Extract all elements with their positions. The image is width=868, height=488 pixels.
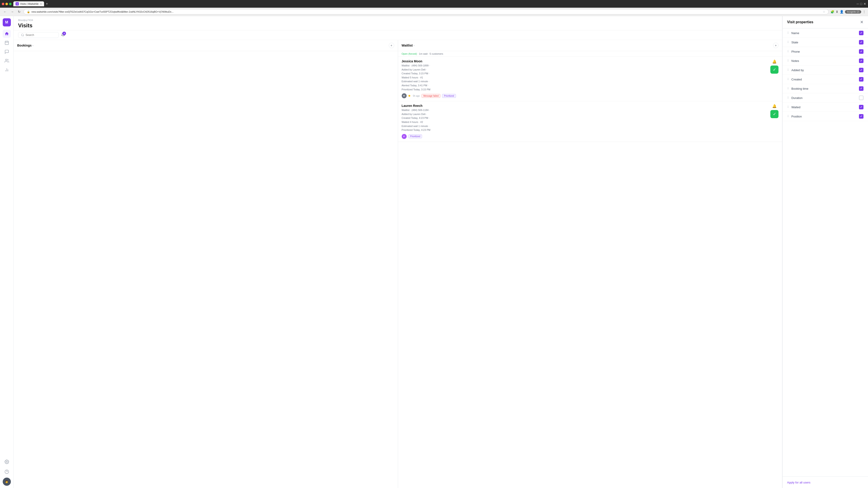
- message-failed-badge: Message failed: [422, 94, 440, 98]
- search-input[interactable]: [26, 33, 53, 37]
- sidebar-item-help[interactable]: [3, 468, 11, 476]
- bookmark-icon[interactable]: ☆: [823, 10, 825, 13]
- minimize-icon[interactable]: ─: [857, 2, 859, 6]
- sidebar-logo[interactable]: M: [3, 18, 11, 26]
- checkbox-waited[interactable]: ✓: [859, 105, 864, 109]
- users-icon: [4, 59, 9, 63]
- visit-check-button[interactable]: ✓: [770, 66, 778, 74]
- property-label-created: Created: [792, 78, 859, 81]
- bookings-chevron-icon: ›: [33, 44, 33, 47]
- sidebar-item-settings[interactable]: [3, 458, 11, 466]
- panel-title: Visit properties: [787, 20, 813, 24]
- drag-handle-waited[interactable]: ⠿: [787, 105, 789, 109]
- close-icon[interactable]: ✕: [864, 2, 866, 6]
- svg-line-12: [23, 36, 24, 36]
- forward-button[interactable]: →: [9, 9, 15, 14]
- visit-info-2: Lauren Reech Waitlist · (484) 569-1184 ·…: [402, 104, 430, 132]
- waitlist-header: Waitlist › +: [398, 40, 782, 51]
- tab-favicon: W: [16, 2, 19, 5]
- svg-point-11: [22, 34, 24, 36]
- search-box[interactable]: [18, 32, 59, 38]
- url-bar[interactable]: 🔒 new.waitwhile.com/visits?filter-ex0jTf…: [24, 9, 829, 14]
- home-icon: [4, 31, 9, 36]
- waitlist-title[interactable]: Waitlist ›: [402, 43, 414, 47]
- sidebar-item-home[interactable]: [3, 30, 11, 38]
- visit-info: Jessica Moon Waitlist · (484) 569-1899 ·…: [402, 59, 430, 92]
- notification-button[interactable]: 4: [61, 33, 65, 37]
- visit-check-button-2[interactable]: ✓: [770, 110, 778, 118]
- property-notes: ⠿ Notes ✓: [782, 56, 868, 66]
- new-tab-button[interactable]: +: [45, 2, 49, 6]
- property-label-waited: Waited: [792, 105, 859, 109]
- visit-bell-button[interactable]: 🔔: [772, 59, 777, 64]
- drag-handle-position[interactable]: ⠿: [787, 115, 789, 118]
- browser-toolbar: ← → ↻ 🔒 new.waitwhile.com/visits?filter-…: [0, 8, 868, 16]
- more-menu-icon[interactable]: ⋮: [863, 10, 866, 13]
- property-created: ⠿ Created ✓: [782, 75, 868, 84]
- drag-handle-duration[interactable]: ⠿: [787, 96, 789, 99]
- property-label-booking-time: Booking time: [792, 87, 859, 90]
- visit-details-2: Waitlist · (484) 569-1184 · Added by Lau…: [402, 108, 430, 132]
- back-button[interactable]: ←: [2, 9, 8, 14]
- checkbox-created[interactable]: ✓: [859, 77, 864, 82]
- active-tab[interactable]: W Visits | Waitwhile ✕: [13, 1, 44, 6]
- visit-card-lauren[interactable]: Lauren Reech Waitlist · (484) 569-1184 ·…: [398, 101, 782, 142]
- visit-bell-button-2[interactable]: 🔔: [772, 104, 777, 108]
- drag-handle-notes[interactable]: ⠿: [787, 59, 789, 62]
- visit-action-buttons: 🔔 ✓: [770, 59, 778, 74]
- settings-icon: [4, 459, 9, 464]
- drag-handle-booking-time[interactable]: ⠿: [787, 87, 789, 90]
- close-dot[interactable]: [2, 3, 4, 5]
- browser-toolbar-actions: 🧩 ⬇ 👤 Incognito (2) ⋮: [831, 10, 866, 13]
- property-waited: ⠿ Waited ✓: [782, 103, 868, 112]
- panel-close-button[interactable]: ✕: [860, 20, 864, 25]
- bookings-title[interactable]: Bookings ›: [17, 43, 33, 47]
- browser-traffic-lights: [2, 3, 11, 5]
- visit-action-buttons-2: 🔔 ✓: [770, 104, 778, 118]
- visit-card-jessica[interactable]: Jessica Moon Waitlist · (484) 569-1899 ·…: [398, 57, 782, 101]
- checkbox-notes[interactable]: ✓: [859, 59, 864, 63]
- property-label-name: Name: [792, 31, 859, 35]
- drag-handle-phone[interactable]: ⠿: [787, 50, 789, 53]
- property-label-notes: Notes: [792, 59, 859, 63]
- apply-all-users-button[interactable]: Apply for all users: [787, 481, 810, 484]
- checkbox-name[interactable]: ✓: [859, 31, 864, 35]
- download-icon[interactable]: ⬇: [836, 10, 838, 13]
- drag-handle-created[interactable]: ⠿: [787, 78, 789, 81]
- avatar[interactable]: 🧑: [3, 478, 11, 486]
- checkbox-added-by[interactable]: ✓: [859, 68, 864, 72]
- maximize-dot[interactable]: [9, 3, 11, 5]
- extensions-icon[interactable]: 🧩: [831, 10, 834, 13]
- browser-tabs: W Visits | Waitwhile ✕ +: [13, 1, 855, 6]
- notification-badge: 4: [62, 32, 66, 35]
- drag-handle-state[interactable]: ⠿: [787, 41, 789, 44]
- visit-footer: M 5h ago Message failed Prioritized: [402, 93, 779, 98]
- checkbox-state[interactable]: ✓: [859, 40, 864, 44]
- minimize-dot[interactable]: [5, 3, 8, 5]
- visit-name: Jessica Moon: [402, 59, 430, 63]
- checkbox-duration[interactable]: [859, 96, 864, 100]
- refresh-button[interactable]: ↻: [17, 9, 22, 14]
- sidebar-item-messages[interactable]: [3, 48, 11, 56]
- profile-icon[interactable]: 👤: [840, 10, 844, 13]
- sidebar-item-calendar[interactable]: [3, 39, 11, 47]
- property-added-by: ⠿ Added by ✓: [782, 66, 868, 75]
- sidebar-item-users[interactable]: [3, 57, 11, 65]
- checkbox-booking-time[interactable]: ✓: [859, 86, 864, 91]
- panel-footer: Apply for all users: [782, 477, 868, 488]
- checkbox-phone[interactable]: ✓: [859, 49, 864, 54]
- drag-handle-name[interactable]: ⠿: [787, 31, 789, 35]
- bookings-add-button[interactable]: +: [389, 43, 394, 48]
- property-phone: ⠿ Phone ✓: [782, 47, 868, 56]
- property-label-position: Position: [792, 115, 859, 118]
- restore-icon[interactable]: □: [860, 2, 862, 6]
- waitlist-open-status: Open (forced): [402, 53, 417, 55]
- tab-close-button[interactable]: ✕: [40, 3, 42, 5]
- visit-header-row: Jessica Moon Waitlist · (484) 569-1899 ·…: [402, 59, 779, 92]
- sidebar-item-analytics[interactable]: [3, 66, 11, 74]
- property-duration: ⠿ Duration: [782, 93, 868, 103]
- checkbox-position[interactable]: ✓: [859, 114, 864, 119]
- waitlist-column: Waitlist › + Open (forced) · 1m wait · 5…: [398, 40, 782, 488]
- drag-handle-added-by[interactable]: ⠿: [787, 68, 789, 72]
- waitlist-add-button[interactable]: +: [773, 43, 778, 48]
